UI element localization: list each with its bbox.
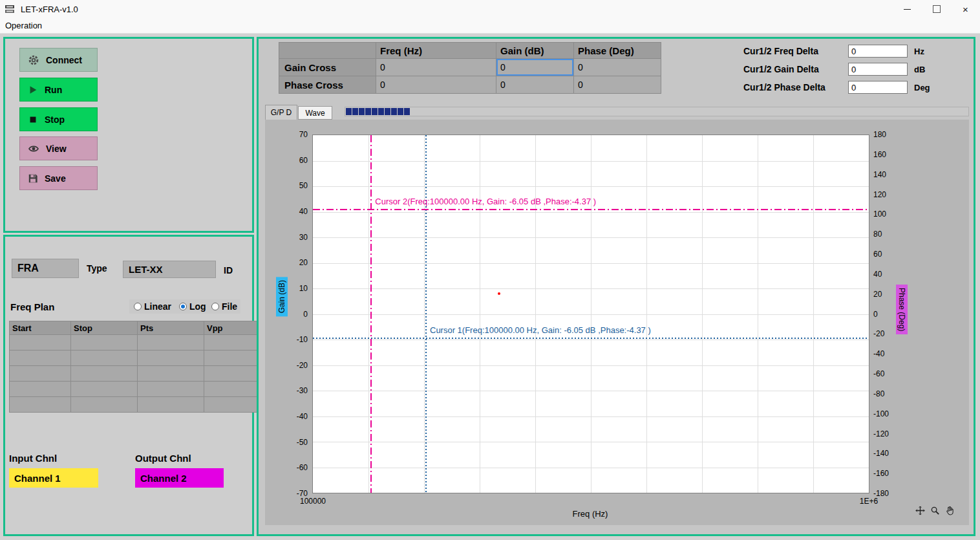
save-button[interactable]: Save: [19, 166, 98, 190]
radio-linear[interactable]: Linear: [134, 301, 171, 312]
gain-axis-ticks: 706050403020100-10-20-30-40-50-60-70: [286, 135, 310, 493]
freq-plan-cell[interactable]: [204, 366, 264, 382]
freq-plan-cell[interactable]: [10, 382, 71, 397]
phase-delta-input[interactable]: [848, 81, 908, 94]
freq-plan-row: [10, 366, 264, 382]
freq-plan-cell[interactable]: [71, 351, 138, 366]
input-channel-selector[interactable]: Channel 1: [9, 468, 98, 488]
freq-plan-cell[interactable]: [71, 382, 138, 397]
connect-button[interactable]: Connect: [19, 48, 98, 72]
phase-cross-phase-cell[interactable]: 0: [574, 76, 661, 94]
gain-cross-phase-cell[interactable]: 0: [574, 59, 661, 76]
progress-bar: [345, 107, 969, 116]
cross-col-gain: Gain (dB): [496, 43, 574, 59]
freq-delta-unit: Hz: [914, 47, 924, 56]
cursor-hline[interactable]: [313, 209, 869, 210]
freq-plan-cell[interactable]: [138, 366, 204, 382]
axis-tick: -160: [871, 469, 899, 478]
gridline: [313, 314, 869, 315]
progress-segment: [352, 108, 358, 115]
axis-tick: 160: [871, 150, 899, 159]
view-button[interactable]: View: [19, 136, 98, 160]
cursor-vline[interactable]: [425, 135, 427, 493]
cursor-vline[interactable]: [370, 135, 372, 493]
phase-delta-unit: Deg: [914, 83, 930, 92]
titlebar: LET-xFRA-v1.0 ×: [0, 0, 980, 18]
minimize-button[interactable]: [893, 0, 922, 18]
cursor-hline[interactable]: [313, 338, 869, 339]
phase-cross-freq-cell[interactable]: 0: [376, 76, 496, 94]
axis-tick: -20: [871, 329, 899, 338]
phase-cross-gain-cell[interactable]: 0: [496, 76, 574, 94]
freq-plan-cell[interactable]: [204, 351, 264, 366]
gridline: [313, 186, 869, 187]
gain-delta-row: Cur1/2 Gain Delta dB: [743, 61, 925, 77]
device-id-field[interactable]: LET-XX: [123, 261, 216, 278]
phase-axis-label[interactable]: Phase (Deg): [896, 285, 908, 334]
freq-plan-cell[interactable]: [10, 335, 71, 351]
axis-tick: 20: [871, 290, 899, 299]
maximize-button[interactable]: [922, 0, 951, 18]
axis-tick: -10: [286, 335, 310, 344]
menu-operation[interactable]: Operation: [5, 21, 42, 30]
run-label: Run: [45, 85, 62, 95]
input-chnl-label: Input Chnl: [9, 453, 57, 464]
radio-circle-icon: [179, 303, 187, 310]
pan-hand-icon[interactable]: [944, 505, 955, 516]
output-channel-selector[interactable]: Channel 2: [135, 468, 224, 488]
save-label: Save: [45, 173, 66, 184]
stop-button[interactable]: Stop: [19, 107, 98, 131]
freq-plan-cell[interactable]: [138, 351, 204, 366]
stop-label: Stop: [45, 114, 65, 125]
freq-plan-cell[interactable]: [138, 382, 204, 397]
tab-wave[interactable]: Wave: [298, 106, 332, 120]
freq-plan-cell[interactable]: [138, 335, 204, 351]
freq-plan-row: [10, 335, 264, 351]
freq-plan-cell[interactable]: [71, 335, 138, 351]
close-button[interactable]: ×: [951, 0, 980, 18]
tab-gpd[interactable]: G/P D: [265, 105, 297, 120]
gridline: [313, 365, 869, 366]
axis-tick: 40: [871, 270, 899, 279]
radio-circle-icon: [211, 303, 219, 310]
freq-plan-cell[interactable]: [204, 335, 264, 351]
gain-cross-gain-cell[interactable]: 0: [496, 59, 574, 76]
gain-delta-label: Cur1/2 Gain Delta: [743, 64, 848, 74]
freq-plan-cell[interactable]: [204, 382, 264, 397]
axis-tick: -100: [871, 409, 899, 418]
progress-segment: [346, 108, 352, 115]
device-type-field[interactable]: FRA: [12, 259, 79, 278]
freq-plan-cell[interactable]: [71, 397, 138, 413]
radio-file[interactable]: File: [211, 301, 237, 312]
freq-plan-cell[interactable]: [10, 366, 71, 382]
run-button[interactable]: Run: [19, 78, 98, 102]
gridline: [313, 263, 869, 264]
eye-icon: [28, 143, 39, 155]
gain-delta-input[interactable]: [848, 63, 908, 76]
phase-cross-row: Phase Cross 0 0 0: [279, 76, 661, 94]
gain-cross-freq-cell[interactable]: 0: [376, 59, 496, 76]
window-controls: ×: [893, 0, 980, 18]
progress-segment: [365, 108, 371, 115]
freq-plan-cell[interactable]: [10, 351, 71, 366]
axis-tick: 20: [286, 258, 310, 267]
stop-icon: [28, 114, 38, 125]
gain-axis-label[interactable]: Gain (dB): [276, 277, 288, 316]
freq-plan-cell[interactable]: [204, 397, 264, 413]
freq-plan-cell[interactable]: [71, 366, 138, 382]
move-cursor-icon[interactable]: [915, 505, 926, 516]
cross-corner-cell: [279, 43, 376, 59]
axis-tick: 140: [871, 170, 899, 179]
gain-cross-row: Gain Cross 0 0 0: [279, 59, 661, 76]
progress-segment: [385, 108, 390, 115]
plot-area[interactable]: Cursor 1(Freq:100000.00 Hz, Gain: -6.05 …: [312, 135, 869, 493]
axis-tick: -40: [286, 412, 310, 421]
zoom-icon[interactable]: [930, 505, 941, 516]
freq-delta-input[interactable]: [848, 45, 908, 58]
radio-log[interactable]: Log: [179, 301, 206, 312]
gridline: [313, 161, 869, 162]
radio-linear-label: Linear: [144, 301, 171, 312]
gridline: [313, 391, 869, 391]
freq-plan-cell[interactable]: [10, 397, 71, 413]
freq-plan-cell[interactable]: [138, 397, 204, 413]
